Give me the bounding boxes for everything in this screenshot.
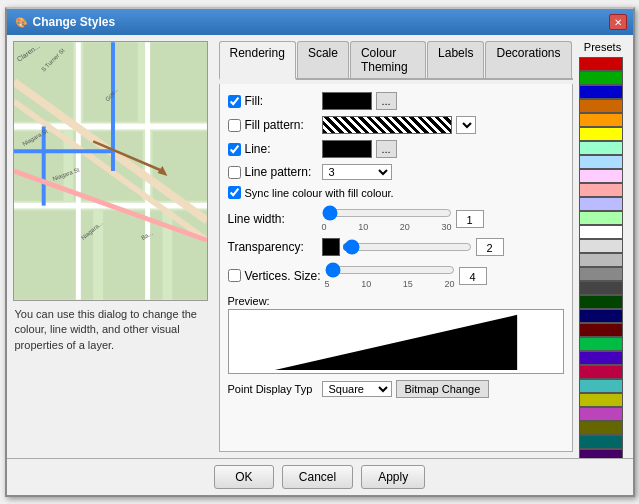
preset-color-7[interactable] <box>579 155 623 169</box>
line-pattern-row: Line pattern: 3 1 2 <box>228 164 564 180</box>
preview-box <box>228 309 564 374</box>
vertices-checkbox[interactable] <box>228 269 241 282</box>
fill-pattern-checkbox-label: Fill pattern: <box>228 118 318 132</box>
line-options-button[interactable]: ... <box>376 140 397 158</box>
line-label: Line: <box>245 142 271 156</box>
title-bar-left: 🎨 Change Styles <box>13 14 116 30</box>
vertices-checkbox-label: Vertices. Size: <box>228 269 321 283</box>
fill-pattern-display <box>322 116 452 134</box>
preset-color-6[interactable] <box>579 141 623 155</box>
preset-color-9[interactable] <box>579 183 623 197</box>
vertices-slider[interactable] <box>325 262 455 278</box>
svg-rect-10 <box>172 211 207 300</box>
svg-rect-3 <box>83 42 137 121</box>
vertices-value: 4 <box>459 267 487 285</box>
change-styles-window: 🎨 Change Styles ✕ <box>5 7 635 497</box>
line-width-label: Line width: <box>228 212 318 226</box>
preset-color-18[interactable] <box>579 309 623 323</box>
fill-pattern-checkbox[interactable] <box>228 119 241 132</box>
fill-label: Fill: <box>245 94 264 108</box>
preset-color-16[interactable] <box>579 281 623 295</box>
line-checkbox-label: Line: <box>228 142 318 156</box>
tab-colour-theming[interactable]: Colour Theming <box>350 41 426 78</box>
presets-container <box>579 57 627 458</box>
preset-color-3[interactable] <box>579 99 623 113</box>
ok-button[interactable]: OK <box>214 465 274 489</box>
line-pattern-checkbox[interactable] <box>228 166 241 179</box>
fill-pattern-row: Fill pattern: ▼ <box>228 116 564 134</box>
preset-color-27[interactable] <box>579 435 623 449</box>
line-color-box[interactable] <box>322 140 372 158</box>
fill-color-box[interactable] <box>322 92 372 110</box>
transparency-black-box <box>322 238 340 256</box>
fill-checkbox-label: Fill: <box>228 94 318 108</box>
transparency-value: 2 <box>476 238 504 256</box>
preset-color-23[interactable] <box>579 379 623 393</box>
fill-options-button[interactable]: ... <box>376 92 397 110</box>
tab-content-rendering: Fill: ... Fill pattern: ▼ <box>219 84 573 452</box>
preset-color-11[interactable] <box>579 211 623 225</box>
point-display-select[interactable]: Square Circle <box>322 381 392 397</box>
vertices-slider-container: 5 10 15 20 <box>325 262 455 289</box>
fill-pattern-dropdown[interactable]: ▼ <box>456 116 476 134</box>
preset-color-25[interactable] <box>579 407 623 421</box>
preset-color-14[interactable] <box>579 253 623 267</box>
point-display-row: Point Display Typ Square Circle Bitmap C… <box>228 380 564 398</box>
preset-color-5[interactable] <box>579 127 623 141</box>
line-width-slider[interactable] <box>322 205 452 221</box>
tab-scale[interactable]: Scale <box>297 41 349 78</box>
vertices-label: Vertices. Size: <box>245 269 321 283</box>
close-button[interactable]: ✕ <box>609 14 627 30</box>
svg-rect-9 <box>103 211 162 300</box>
preset-color-26[interactable] <box>579 421 623 435</box>
fill-row: Fill: ... <box>228 92 564 110</box>
line-pattern-select[interactable]: 3 1 2 <box>322 164 392 180</box>
window-title: Change Styles <box>33 15 116 29</box>
line-width-slider-container: 0 10 20 30 <box>322 205 452 232</box>
presets-label: Presets <box>579 41 627 53</box>
preset-color-20[interactable] <box>579 337 623 351</box>
tab-decorations[interactable]: Decorations <box>485 41 571 78</box>
tab-rendering[interactable]: Rendering <box>219 41 296 80</box>
tab-labels[interactable]: Labels <box>427 41 484 78</box>
line-checkbox[interactable] <box>228 143 241 156</box>
svg-rect-4 <box>147 42 206 121</box>
preset-color-13[interactable] <box>579 239 623 253</box>
window-content: Claren... S Turner St Niagara St Niagara… <box>7 35 633 458</box>
window-icon: 🎨 <box>13 14 29 30</box>
preset-color-4[interactable] <box>579 113 623 127</box>
preset-color-28[interactable] <box>579 449 623 458</box>
apply-button[interactable]: Apply <box>361 465 425 489</box>
preset-color-2[interactable] <box>579 85 623 99</box>
line-pattern-checkbox-label: Line pattern: <box>228 165 318 179</box>
title-bar: 🎨 Change Styles ✕ <box>7 9 633 35</box>
preset-color-15[interactable] <box>579 267 623 281</box>
transparency-slider[interactable] <box>342 239 472 255</box>
preset-color-0[interactable] <box>579 57 623 71</box>
line-row: Line: ... <box>228 140 564 158</box>
preview-label: Preview: <box>228 295 564 307</box>
preset-color-12[interactable] <box>579 225 623 239</box>
line-width-row: Line width: 0 10 20 30 1 <box>228 205 564 232</box>
sync-row: Sync line colour with fill colour. <box>228 186 564 199</box>
bitmap-change-button[interactable]: Bitmap Change <box>396 380 490 398</box>
cancel-button[interactable]: Cancel <box>282 465 353 489</box>
preset-color-8[interactable] <box>579 169 623 183</box>
transparency-row: Transparency: 2 <box>228 238 564 256</box>
line-width-ticks: 0 10 20 30 <box>322 222 452 232</box>
fill-checkbox[interactable] <box>228 95 241 108</box>
fill-pattern-label: Fill pattern: <box>245 118 304 132</box>
sync-label: Sync line colour with fill colour. <box>245 187 394 199</box>
sync-checkbox[interactable] <box>228 186 241 199</box>
presets-panel: Presets <box>579 41 627 452</box>
preset-color-10[interactable] <box>579 197 623 211</box>
preset-color-22[interactable] <box>579 365 623 379</box>
preset-color-21[interactable] <box>579 351 623 365</box>
preset-color-17[interactable] <box>579 295 623 309</box>
vertices-ticks: 5 10 15 20 <box>325 279 455 289</box>
preset-color-19[interactable] <box>579 323 623 337</box>
left-panel: Claren... S Turner St Niagara St Niagara… <box>13 41 213 452</box>
vertices-row: Vertices. Size: 5 10 15 20 4 <box>228 262 564 289</box>
preset-color-24[interactable] <box>579 393 623 407</box>
preset-color-1[interactable] <box>579 71 623 85</box>
